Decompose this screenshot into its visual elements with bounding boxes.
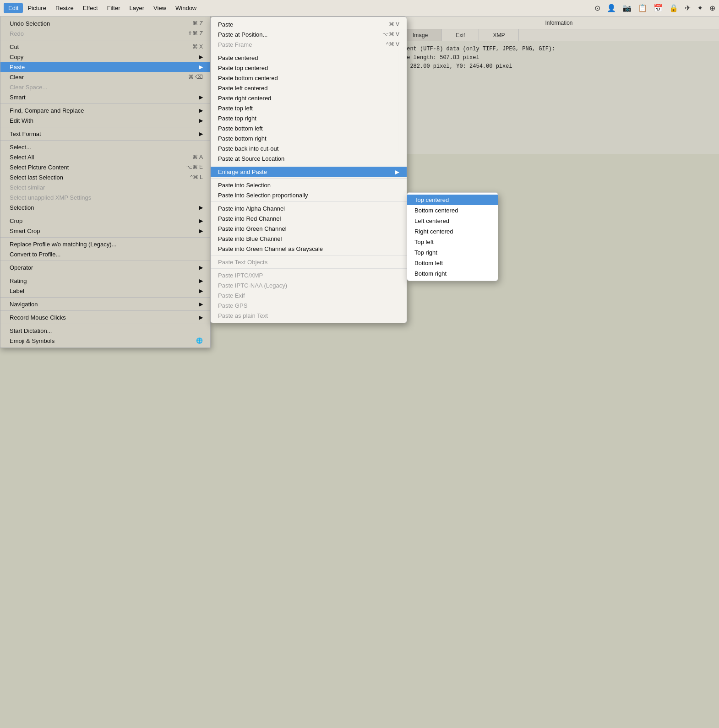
menu-emoji[interactable]: Emoji & Symbols 🌐 (0, 336, 210, 346)
paste-top-right-label: Paste top right (218, 115, 256, 122)
menu-clear-space: Clear Space... (0, 82, 210, 92)
menubar-layer[interactable]: Layer (125, 3, 149, 13)
menu-text-format[interactable]: Text Format ▶ (0, 129, 210, 139)
paste-bottom-right-label: Paste bottom right (218, 135, 267, 142)
menu-smart-crop-label: Smart Crop (10, 228, 40, 234)
menubar-filter[interactable]: Filter (103, 3, 125, 13)
menubar-view[interactable]: View (149, 3, 171, 13)
lock-icon[interactable]: 🔒 (669, 4, 678, 12)
enlarge-top-left[interactable]: Top left (407, 237, 498, 247)
menu-select[interactable]: Select... (0, 142, 210, 152)
menu-cut-label: Cut (10, 43, 19, 50)
menubar-resize[interactable]: Resize (51, 3, 78, 13)
menu-select-all-shortcut: ⌘ A (192, 154, 203, 160)
user-icon[interactable]: 👤 (607, 4, 616, 12)
paste-blue[interactable]: Paste into Blue Channel (211, 234, 407, 244)
paste-sep-1 (211, 51, 407, 51)
info-content: ment (UTF-8) data (only TIFF, JPEG, PNG,… (399, 41, 719, 75)
star-icon[interactable]: ✦ (697, 4, 703, 12)
paste-at-position[interactable]: Paste at Position... ⌥⌘ V (211, 29, 407, 39)
paste-bottom-right[interactable]: Paste bottom right (211, 133, 407, 143)
target-icon[interactable]: ⊙ (594, 4, 600, 12)
paste-enlarge[interactable]: Enlarge and Paste ▶ (211, 167, 407, 177)
enlarge-bottom-centered[interactable]: Bottom centered (407, 205, 498, 216)
menu-paste[interactable]: Paste ▶ (0, 62, 210, 72)
menu-undo[interactable]: Undo Selection ⌘ Z (0, 18, 210, 28)
menu-smart-arrow: ▶ (199, 94, 203, 100)
camera-icon[interactable]: 📷 (622, 4, 632, 12)
menubar-edit[interactable]: Edit (4, 3, 23, 13)
menu-find-label: Find, Compare and Replace (10, 107, 84, 114)
menubar: Edit Picture Resize Effect Filter Layer … (0, 0, 719, 16)
menu-operator[interactable]: Operator ▶ (0, 262, 210, 272)
enlarge-top-right[interactable]: Top right (407, 247, 498, 258)
menu-convert-profile-label: Convert to Profile... (10, 251, 60, 258)
menu-edit-with[interactable]: Edit With ▶ (0, 115, 210, 125)
paste-green[interactable]: Paste into Green Channel (211, 223, 407, 234)
paste-red-label: Paste into Red Channel (218, 215, 281, 222)
menu-record-mouse-arrow: ▶ (199, 315, 203, 321)
paste-centered[interactable]: Paste centered (211, 53, 407, 63)
paste-top-right[interactable]: Paste top right (211, 113, 407, 123)
menu-crop-label: Crop (10, 217, 22, 224)
menu-crop[interactable]: Crop ▶ (0, 216, 210, 226)
paste-alpha[interactable]: Paste into Alpha Channel (211, 203, 407, 213)
tab-xmp[interactable]: XMP (479, 29, 519, 41)
enlarge-top-left-label: Top left (414, 239, 434, 245)
menubar-picture[interactable]: Picture (23, 3, 50, 13)
enlarge-left-centered[interactable]: Left centered (407, 216, 498, 226)
paste-green-grayscale[interactable]: Paste into Green Channel as Grayscale (211, 244, 407, 254)
paste-red[interactable]: Paste into Red Channel (211, 213, 407, 223)
menu-navigation-label: Navigation (10, 301, 38, 308)
menu-rating[interactable]: Rating ▶ (0, 276, 210, 286)
menu-select-all[interactable]: Select All ⌘ A (0, 152, 210, 162)
paste-into-selection[interactable]: Paste into Selection (211, 180, 407, 190)
menu-dictation[interactable]: Start Dictation... (0, 326, 210, 336)
paste-back-cutout[interactable]: Paste back into cut-out (211, 143, 407, 153)
menu-redo-shortcut: ⇧⌘ Z (188, 30, 203, 37)
clipboard-icon[interactable]: 📋 (638, 4, 647, 12)
enlarge-top-centered[interactable]: Top centered (407, 195, 498, 205)
paste-iptc-xmp-label: Paste IPTC/XMP (218, 272, 263, 279)
menu-replace-profile[interactable]: Replace Profile w/o matching (Legacy)... (0, 239, 210, 249)
menu-label[interactable]: Label ▶ (0, 286, 210, 296)
menubar-window[interactable]: Window (171, 3, 201, 13)
plus-circle-icon[interactable]: ⊕ (709, 4, 715, 12)
menu-record-mouse[interactable]: Record Mouse Clicks ▶ (0, 312, 210, 322)
enlarge-bottom-left[interactable]: Bottom left (407, 258, 498, 268)
menu-smart[interactable]: Smart ▶ (0, 92, 210, 102)
menu-redo: Redo ⇧⌘ Z (0, 28, 210, 38)
menu-select-picture[interactable]: Select Picture Content ⌥⌘ E (0, 162, 210, 172)
paste-left-centered[interactable]: Paste left centered (211, 83, 407, 93)
paste-frame: Paste Frame ^⌘ V (211, 39, 407, 49)
menu-find[interactable]: Find, Compare and Replace ▶ (0, 105, 210, 115)
paste-top-centered[interactable]: Paste top centered (211, 63, 407, 73)
menu-navigation[interactable]: Navigation ▶ (0, 299, 210, 309)
paste-source-location[interactable]: Paste at Source Location (211, 153, 407, 163)
paste-bottom-left[interactable]: Paste bottom left (211, 123, 407, 133)
menu-cut[interactable]: Cut ⌘ X (0, 42, 210, 52)
paste-bottom-centered-label: Paste bottom centered (218, 75, 278, 81)
menubar-effect[interactable]: Effect (78, 3, 103, 13)
menu-convert-profile[interactable]: Convert to Profile... (0, 249, 210, 259)
paste-right-centered[interactable]: Paste right centered (211, 93, 407, 103)
menu-select-unapplied: Select unapplied XMP Settings (0, 192, 210, 202)
paste-top-left[interactable]: Paste top left (211, 103, 407, 113)
menu-clear[interactable]: Clear ⌘ ⌫ (0, 72, 210, 82)
menu-emoji-shortcut: 🌐 (196, 337, 203, 344)
paste-paste[interactable]: Paste ⌘ V (211, 19, 407, 29)
calendar-icon[interactable]: 📅 (654, 4, 663, 12)
paste-bottom-centered[interactable]: Paste bottom centered (211, 73, 407, 83)
menu-select-last[interactable]: Select last Selection ^⌘ L (0, 172, 210, 182)
menu-smart-crop[interactable]: Smart Crop ▶ (0, 226, 210, 236)
menu-copy[interactable]: Copy ▶ (0, 52, 210, 62)
enlarge-right-centered[interactable]: Right centered (407, 226, 498, 237)
separator-1 (0, 40, 210, 40)
menu-selection-label: Selection (10, 204, 34, 211)
paste-into-selection-prop[interactable]: Paste into Selection proportionally (211, 190, 407, 200)
tab-exif[interactable]: Exif (442, 29, 479, 41)
plane-icon[interactable]: ✈ (685, 4, 691, 12)
menu-select-label: Select... (10, 144, 31, 151)
enlarge-bottom-right[interactable]: Bottom right (407, 268, 498, 279)
menu-selection[interactable]: Selection ▶ (0, 202, 210, 212)
